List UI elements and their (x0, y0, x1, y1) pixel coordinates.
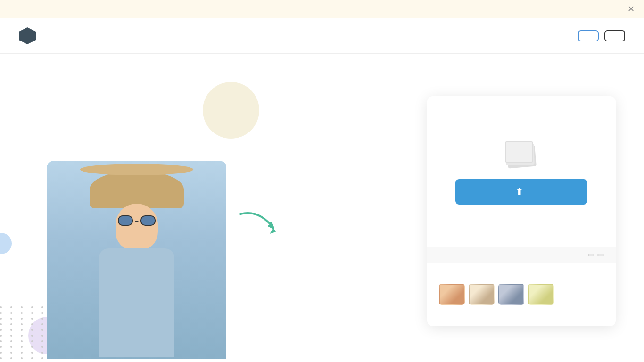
right-side: ⬆ (427, 96, 616, 326)
terms-text (427, 314, 616, 326)
upload-arrow-icon: ⬆ (515, 186, 523, 197)
sample-image-dog[interactable] (469, 284, 495, 305)
logo[interactable] (19, 27, 40, 44)
cookie-banner: ✕ (0, 0, 644, 18)
stack-layer-top (505, 141, 533, 163)
nav-left (19, 27, 87, 44)
main-content: const dotsContainer = document.querySele… (0, 54, 644, 359)
deco-blue-shape (0, 233, 12, 254)
cookie-close-button[interactable]: ✕ (627, 5, 635, 13)
sample-section (427, 263, 616, 314)
upload-image-button[interactable]: ⬆ (455, 179, 587, 205)
sample-image-person[interactable] (439, 284, 465, 305)
keyboard-hint (588, 254, 604, 256)
sample-image-laptop[interactable] (498, 284, 524, 305)
hero-title (38, 188, 399, 220)
upload-area[interactable]: ⬆ (427, 96, 616, 247)
paste-area (427, 247, 616, 263)
kbd-v (597, 254, 604, 256)
body-torso (99, 248, 174, 357)
sample-image-car[interactable] (528, 284, 554, 305)
nav-right (578, 30, 625, 41)
logo-icon (19, 27, 36, 44)
remove-background-button[interactable] (578, 30, 599, 41)
sample-images (439, 284, 604, 305)
deco-circle-cream (203, 82, 259, 139)
navbar (0, 18, 644, 54)
login-signup-button[interactable] (604, 30, 625, 41)
upload-icon-stack (505, 141, 538, 167)
upload-card: ⬆ (427, 96, 616, 326)
kbd-ctrl (588, 254, 594, 256)
sample-label (439, 272, 604, 280)
left-side (38, 188, 399, 234)
